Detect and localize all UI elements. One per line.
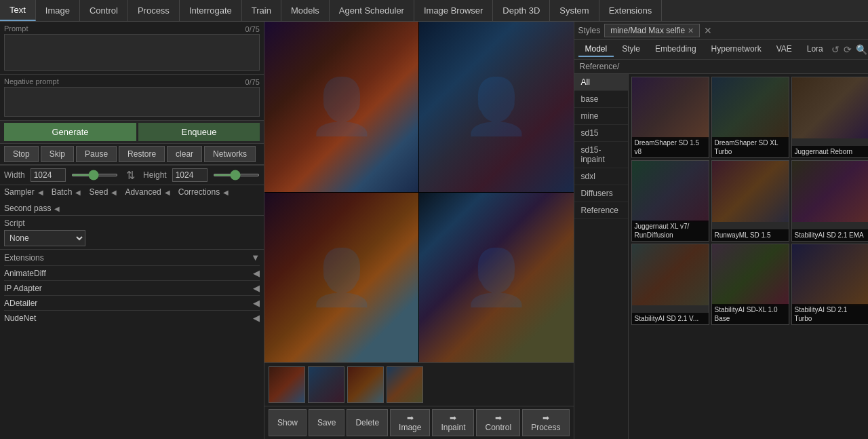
model-card-dreamshaper-v8[interactable]: DreamShaper SD 1.5 v8 — [631, 77, 709, 158]
tab-depth-3d[interactable]: Depth 3D — [493, 0, 550, 21]
tab-train[interactable]: Train — [242, 0, 281, 21]
image-cell-3[interactable]: 👤 — [264, 193, 418, 363]
corrections-arrow[interactable]: ◀ — [222, 189, 230, 196]
filter-sd15[interactable]: sd15 — [574, 125, 628, 142]
restore-button[interactable]: Restore — [119, 146, 165, 162]
filter-all[interactable]: All — [574, 74, 628, 91]
filter-mine[interactable]: mine — [574, 108, 628, 125]
script-select[interactable]: None — [4, 230, 85, 246]
ext-adetailer-arrow[interactable]: ◀ — [253, 298, 260, 308]
delete-button[interactable]: Delete — [347, 409, 388, 436]
to-inpaint-button[interactable]: ➡ Inpaint — [432, 409, 474, 436]
image-cell-2[interactable]: 👤 — [419, 22, 573, 192]
ext-item-animatediff[interactable]: AnimateDiff ◀ — [4, 265, 260, 280]
stop-button[interactable]: Stop — [4, 146, 39, 162]
model-content: All base mine sd15 sd15-inpaint sdxl Dif… — [574, 74, 868, 439]
tab-control[interactable]: Control — [80, 0, 128, 21]
style-tag-close-icon[interactable]: ✕ — [688, 26, 694, 35]
model-card-juggernaut-reborn[interactable]: Juggernaut Reborn — [791, 77, 868, 158]
height-slider[interactable] — [213, 174, 260, 176]
model-card-dreamshaper-xl[interactable]: DreamShaper SD XL Turbo — [711, 77, 789, 158]
ext-item-ip-adapter[interactable]: IP Adapter ◀ — [4, 280, 260, 295]
prompt-counter: 0/75 — [245, 25, 260, 33]
filter-sd15-inpaint[interactable]: sd15-inpaint — [574, 142, 628, 168]
show-button[interactable]: Show — [269, 409, 307, 436]
filter-base[interactable]: base — [574, 91, 628, 108]
reload-icon[interactable]: ⟳ — [844, 44, 852, 55]
to-control-button[interactable]: ➡ Control — [476, 409, 520, 436]
model-tab-lora[interactable]: Lora — [800, 42, 830, 57]
width-slider[interactable] — [71, 174, 118, 176]
model-card-juggernaut-xl[interactable]: Juggernaut XL v7/ RunDiffusion — [631, 160, 709, 242]
image-cell-4[interactable]: 👤 — [419, 193, 573, 363]
model-card-stability-sdxl-base[interactable]: StabilityAI SD-XL 1.0 Base — [711, 244, 789, 325]
to-image-button[interactable]: ➡ Image — [390, 409, 430, 436]
model-card-stability-21-v[interactable]: StabilityAI SD 2.1 V... — [631, 244, 709, 325]
networks-button[interactable]: Networks — [204, 146, 256, 162]
second-pass-arrow[interactable]: ◀ — [53, 205, 61, 212]
refresh-icon[interactable]: ↺ — [831, 44, 840, 55]
image-figure-4: 👤 — [419, 193, 573, 363]
model-tab-vae[interactable]: VAE — [770, 42, 799, 57]
swap-dimensions-icon[interactable]: ⇅ — [123, 169, 138, 182]
enqueue-button[interactable]: Enqueue — [138, 123, 260, 141]
model-tab-hypernetwork[interactable]: Hypernetwork — [705, 42, 768, 57]
model-card-stability-21-ema[interactable]: StabilityAI SD 2.1 EMA — [791, 160, 868, 242]
tab-process[interactable]: Process — [128, 0, 180, 21]
tab-models[interactable]: Models — [281, 0, 330, 21]
seed-arrow[interactable]: ◀ — [110, 189, 118, 196]
tab-image[interactable]: Image — [36, 0, 80, 21]
sampler-arrow[interactable]: ◀ — [37, 189, 45, 196]
clear-button[interactable]: clear — [167, 146, 202, 162]
sampler-item-advanced[interactable]: Advanced ◀ — [125, 187, 171, 197]
height-label: Height — [143, 170, 167, 180]
ext-nudenet-arrow[interactable]: ◀ — [253, 313, 260, 323]
tab-system[interactable]: System — [550, 0, 599, 21]
model-tab-embedding[interactable]: Embedding — [648, 42, 703, 57]
to-process-button[interactable]: ➡ Process — [522, 409, 569, 436]
model-tab-style[interactable]: Style — [615, 42, 647, 57]
extensions-collapse-icon[interactable]: ▼ — [251, 252, 260, 263]
sampler-item-batch[interactable]: Batch ◀ — [52, 187, 83, 197]
second-pass-label: Second pass — [4, 204, 51, 213]
style-tag-x-button[interactable]: ✕ — [704, 25, 712, 36]
pause-button[interactable]: Pause — [76, 146, 117, 162]
sampler-item-corrections[interactable]: Corrections ◀ — [178, 187, 230, 197]
thumbnail-strip — [264, 362, 574, 406]
generate-button[interactable]: Generate — [4, 123, 136, 141]
image-cell-1[interactable]: 👤 — [264, 22, 418, 192]
sampler-item-sampler[interactable]: Sampler ◀ — [4, 187, 45, 197]
advanced-arrow[interactable]: ◀ — [163, 189, 172, 196]
skip-button[interactable]: Skip — [41, 146, 74, 162]
tab-text[interactable]: Text — [0, 0, 36, 21]
model-card-stability-21-turbo[interactable]: StabilityAI SD 2.1 Turbo — [791, 244, 868, 325]
batch-arrow[interactable]: ◀ — [74, 189, 82, 196]
model-card-runwayml[interactable]: RunwayML SD 1.5 — [711, 160, 789, 242]
tab-extensions[interactable]: Extensions — [599, 0, 663, 21]
ext-animatediff-arrow[interactable]: ◀ — [253, 268, 260, 278]
tab-image-browser[interactable]: Image Browser — [414, 0, 493, 21]
prompt-input[interactable] — [4, 34, 260, 71]
thumbnail-3[interactable] — [347, 366, 384, 403]
tab-interrogate[interactable]: Interrogate — [180, 0, 242, 21]
thumbnail-1[interactable] — [269, 366, 305, 403]
tab-agent-scheduler[interactable]: Agent Scheduler — [330, 0, 414, 21]
model-tab-model[interactable]: Model — [578, 42, 614, 57]
thumbnail-4[interactable] — [387, 366, 423, 403]
width-input[interactable] — [31, 168, 66, 182]
generate-buttons-row: Generate Enqueue — [0, 121, 264, 144]
sampler-item-second-pass[interactable]: Second pass ◀ — [4, 204, 61, 213]
sampler-item-seed[interactable]: Seed ◀ — [89, 187, 118, 197]
negative-prompt-input[interactable] — [4, 87, 260, 117]
filter-diffusers[interactable]: Diffusers — [574, 185, 628, 202]
ext-ip-adapter-arrow[interactable]: ◀ — [253, 283, 260, 293]
filter-sdxl[interactable]: sdxl — [574, 168, 628, 185]
ext-item-nudenet[interactable]: NudeNet ◀ — [4, 310, 260, 325]
thumbnail-2[interactable] — [308, 366, 344, 403]
save-button[interactable]: Save — [309, 409, 344, 436]
height-input[interactable] — [172, 168, 208, 182]
search-icon[interactable]: 🔍 — [856, 44, 867, 55]
filter-reference[interactable]: Reference — [574, 202, 628, 219]
neg-prompt-counter: 0/75 — [245, 78, 260, 86]
ext-item-adetailer[interactable]: ADetailer ◀ — [4, 295, 260, 310]
